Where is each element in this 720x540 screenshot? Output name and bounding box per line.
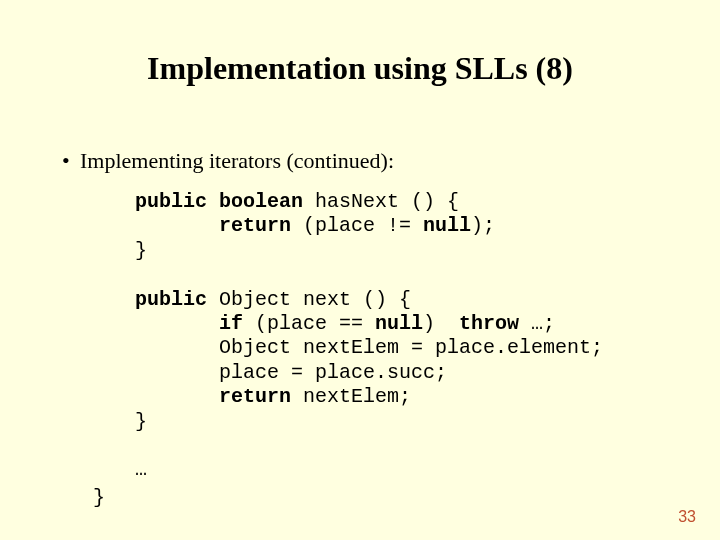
kw-return: return: [219, 385, 291, 408]
code-text: [135, 214, 219, 237]
bullet-text: Implementing iterators (continued):: [80, 148, 394, 173]
code-text: );: [471, 214, 495, 237]
slide-title: Implementation using SLLs (8): [0, 50, 720, 87]
kw-if: if: [219, 312, 243, 335]
kw-public: public: [135, 190, 207, 213]
code-block: public boolean hasNext () { return (plac…: [135, 190, 603, 483]
code-text: Object next () {: [207, 288, 411, 311]
code-text: [135, 312, 219, 335]
closing-brace: }: [93, 486, 105, 509]
code-text: }: [135, 239, 147, 262]
kw-null: null: [375, 312, 423, 335]
kw-null: null: [423, 214, 471, 237]
code-text: }: [135, 410, 147, 433]
code-text: hasNext () {: [303, 190, 459, 213]
kw-return: return: [219, 214, 291, 237]
page-number: 33: [678, 508, 696, 526]
slide: Implementation using SLLs (8) •Implement…: [0, 0, 720, 540]
code-ellipsis: …: [135, 458, 147, 481]
bullet-item: •Implementing iterators (continued):: [62, 148, 394, 174]
code-text: [135, 385, 219, 408]
code-text: Object nextElem = place.element;: [135, 336, 603, 359]
code-text: (place !=: [291, 214, 423, 237]
kw-throw: throw: [459, 312, 519, 335]
bullet-marker: •: [62, 148, 80, 174]
code-text: place = place.succ;: [135, 361, 447, 384]
kw-boolean: boolean: [219, 190, 303, 213]
code-text: …;: [519, 312, 555, 335]
code-text: nextElem;: [291, 385, 411, 408]
kw-public: public: [135, 288, 207, 311]
code-text: (place ==: [243, 312, 375, 335]
code-text: ): [423, 312, 459, 335]
